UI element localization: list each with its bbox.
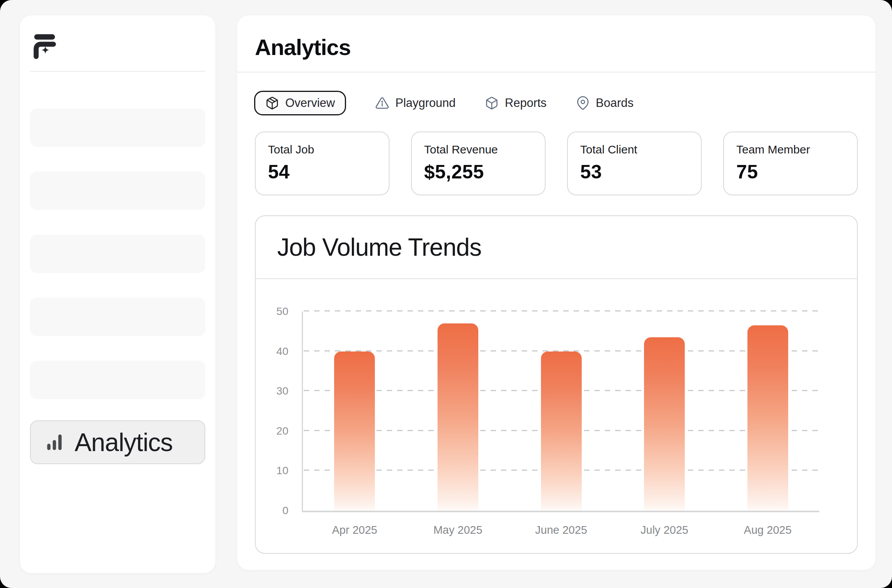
x-axis-label: May 2025 xyxy=(433,524,482,536)
y-axis-tick: 50 xyxy=(246,306,288,317)
stat-label: Total Revenue xyxy=(424,143,533,156)
sidebar: Analytics xyxy=(20,15,215,573)
stat-label: Team Member xyxy=(736,143,845,156)
chart-body: 01020304050Apr 2025May 2025June 2025July… xyxy=(256,280,857,553)
stat-value: 53 xyxy=(580,161,689,183)
tab-label: Playground xyxy=(395,96,456,110)
alert-triangle-icon xyxy=(375,96,389,110)
chart-card: Job Volume Trends 01020304050Apr 2025May… xyxy=(255,215,858,554)
sidebar-skeleton-item xyxy=(30,172,205,210)
x-axis-label: Apr 2025 xyxy=(332,524,377,536)
stat-card-total-client: Total Client 53 xyxy=(567,132,702,195)
sidebar-divider xyxy=(30,71,205,72)
tab-overview[interactable]: Overview xyxy=(254,91,346,115)
stat-card-team-member: Team Member 75 xyxy=(723,132,858,195)
y-axis-tick: 10 xyxy=(246,465,288,476)
x-axis-label: July 2025 xyxy=(641,524,688,536)
stat-value: $5,255 xyxy=(424,161,533,183)
x-axis-label: Aug 2025 xyxy=(744,524,792,536)
chart-header: Job Volume Trends xyxy=(256,216,857,279)
bar-chart-icon xyxy=(44,432,65,453)
map-pin-icon xyxy=(576,96,590,110)
package-icon xyxy=(265,96,279,110)
x-axis-label: June 2025 xyxy=(535,524,587,536)
cube-icon xyxy=(485,96,499,110)
main-header: Analytics xyxy=(237,15,875,60)
app-logo xyxy=(31,33,58,60)
stat-value: 75 xyxy=(736,161,845,183)
stat-card-total-job: Total Job 54 xyxy=(255,132,389,195)
tab-label: Overview xyxy=(285,96,335,110)
y-axis-tick: 30 xyxy=(246,386,288,396)
y-axis-tick: 0 xyxy=(246,505,288,516)
sidebar-item-label: Analytics xyxy=(75,428,173,457)
page-title: Analytics xyxy=(255,35,858,60)
tab-label: Reports xyxy=(505,96,547,110)
sidebar-skeleton-item xyxy=(30,361,205,399)
sidebar-skeleton-item xyxy=(30,298,205,336)
chart-bar[interactable] xyxy=(541,351,582,511)
main-panel: Analytics Overview xyxy=(237,15,875,570)
sidebar-skeleton-item xyxy=(30,108,205,147)
stat-label: Total Job xyxy=(268,143,376,156)
chart-bar[interactable] xyxy=(334,351,375,511)
chart-bar[interactable] xyxy=(438,323,478,511)
tab-reports[interactable]: Reports xyxy=(485,96,547,110)
app-window: Analytics Analytics Overview xyxy=(0,0,892,588)
tab-playground[interactable]: Playground xyxy=(375,96,456,110)
header-divider xyxy=(237,72,875,73)
tab-label: Boards xyxy=(596,96,634,110)
stat-card-total-revenue: Total Revenue $5,255 xyxy=(411,132,546,195)
y-axis-tick: 20 xyxy=(246,426,288,436)
chart-bar[interactable] xyxy=(747,325,788,511)
tab-boards[interactable]: Boards xyxy=(576,96,634,110)
chart-bar[interactable] xyxy=(644,337,685,511)
stat-value: 54 xyxy=(268,161,376,183)
chart-plot: 01020304050Apr 2025May 2025June 2025July… xyxy=(302,311,819,512)
stats-row: Total Job 54 Total Revenue $5,255 Total … xyxy=(237,132,875,195)
tab-bar: Overview Playground xyxy=(237,91,875,115)
f-spark-logo-icon xyxy=(31,33,58,60)
sidebar-item-analytics[interactable]: Analytics xyxy=(30,420,205,464)
gridline xyxy=(304,310,819,311)
sidebar-skeleton-list xyxy=(30,108,205,399)
stat-label: Total Client xyxy=(580,143,689,156)
sidebar-skeleton-item xyxy=(30,235,205,273)
y-axis-tick: 40 xyxy=(246,346,288,357)
chart-title: Job Volume Trends xyxy=(277,233,481,262)
